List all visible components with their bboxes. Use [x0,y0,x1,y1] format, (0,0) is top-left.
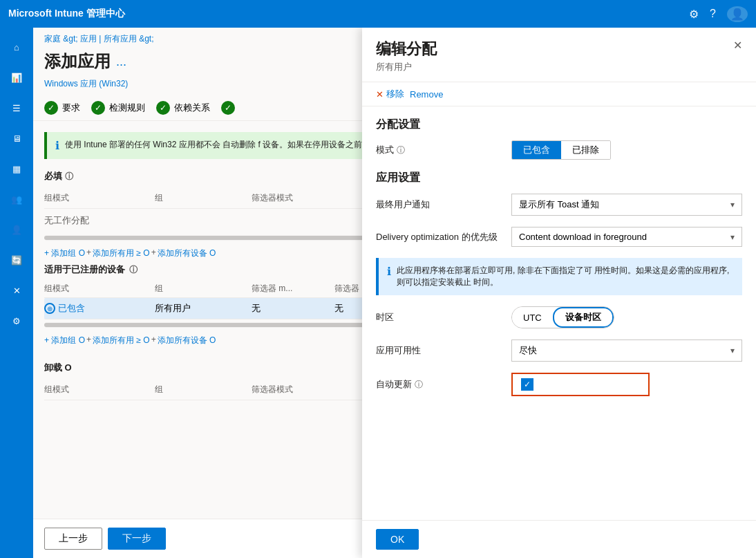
timezone-form-row: 时区 UTC 设备时区 [376,306,742,328]
add-group-link-2[interactable]: + 添加组 O [44,335,85,346]
sidebar-item-settings[interactable]: ⚙ [3,307,30,335]
auto-update-label: 自动更新 ⓘ [376,378,500,391]
step-check-1: ✓ [44,101,58,115]
reg-col1: 组模式 [44,283,155,295]
help-icon[interactable]: ? [710,8,716,20]
back-button[interactable]: 上一步 [44,528,102,550]
un-col2: 组 [155,384,252,396]
user-icon[interactable]: 👤 [727,6,748,22]
step-check-2: ✓ [91,101,105,115]
un-col3: 筛选器模式 [252,384,334,396]
notification-value: 显示所有 Toast 通知 [519,198,599,211]
next-button[interactable]: 下一步 [108,528,166,550]
sidebar-item-dashboard[interactable]: 📊 [3,64,30,91]
add-devices-link-2[interactable]: 添加所有设备 O [158,335,216,346]
req-col2: 组 [155,192,252,204]
timezone-label: 时区 [376,311,500,324]
content-area: 家庭 &gt; 应用 | 所有应用 &gt; 添加应用 ... Windows … [33,28,756,558]
main-layout: ⌂ 📊 ☰ 🖥 ▦ 👥 👤 🔄 ✕ ⚙ 家庭 &gt; 应用 | 所有应用 &g… [0,28,756,558]
step-dependency[interactable]: ✓ 依赖关系 [156,101,210,115]
app-settings-title: 应用设置 [376,171,742,185]
settings-icon[interactable]: ⚙ [689,8,699,21]
sidebar-item-close[interactable]: ✕ [3,277,30,304]
notification-dropdown[interactable]: 显示所有 Toast 通知 ▾ [511,194,742,216]
sidebar-item-sync[interactable]: 🔄 [3,246,30,274]
panel-header: 编辑分配 所有用户 ✕ [362,28,756,82]
notification-dropdown-arrow: ▾ [730,200,735,210]
step-label-1: 要求 [62,102,80,114]
tz-utc-button[interactable]: UTC [512,307,553,328]
notification-label: 最终用户通知 [376,198,500,211]
tz-device-button[interactable]: 设备时区 [553,307,614,328]
timezone-toggle[interactable]: UTC 设备时区 [511,306,614,328]
remove-icon: ✕ [376,89,384,100]
more-button[interactable]: ... [116,55,126,69]
mode-info-icon[interactable]: ⓘ [397,145,405,156]
panel-title: 编辑分配 [376,39,437,59]
step-detection[interactable]: ✓ 检测规则 [91,101,145,115]
sidebar-item-profile[interactable]: 👤 [3,216,30,243]
panel-info-icon: ℹ [387,265,391,288]
step-extra[interactable]: ✓ [221,101,235,115]
panel-header-info: 编辑分配 所有用户 [376,39,437,73]
delivery-value: Content download in foreground [519,232,647,242]
step-requirements[interactable]: ✓ 要求 [44,101,80,115]
step-label-3: 依赖关系 [174,102,210,114]
badge-circle-icon: ⊕ [44,303,55,314]
topbar-icons: ⚙ ? 👤 [689,6,748,22]
auto-update-info-icon[interactable]: ⓘ [415,379,423,391]
add-users-link-2[interactable]: 添加所有用 ≥ O [93,335,150,346]
availability-label: 应用可用性 [376,344,500,357]
breadcrumb-text: 家庭 &gt; 应用 | 所有应用 &gt; [44,34,153,44]
reg-col2: 组 [155,283,252,295]
sidebar-item-users[interactable]: 👥 [3,185,30,213]
step-check-4: ✓ [221,101,235,115]
topbar: Microsoft Intune 管理中心 ⚙ ? 👤 [0,0,756,28]
remove-button[interactable]: ✕ 移除 [376,88,404,100]
row-group: 所有用户 [155,302,252,315]
delivery-dropdown[interactable]: Content download in foreground ▾ [511,227,742,247]
notification-form-row: 最终用户通知 显示所有 Toast 通知 ▾ [376,194,742,216]
panel-close-button[interactable]: ✕ [733,39,742,52]
un-col1: 组模式 [44,384,155,396]
panel-footer: OK [362,520,756,558]
panel-info-text: 此应用程序将在部署后立即可用, 除非在下面指定了可 用性时间。如果这是必需的应用… [397,265,734,288]
step-check-3: ✓ [156,101,170,115]
registered-devices-label: 适用于已注册的设备 [44,263,125,276]
row-mode: 已包含 [58,302,85,315]
sidebar-item-apps[interactable]: ▦ [3,155,30,183]
row-filter-mode: 无 [252,302,334,315]
info-banner-icon: ℹ [55,139,59,152]
mode-toggle[interactable]: 已包含 已排除 [511,140,611,160]
add-group-link-1[interactable]: + 添加组 O [44,248,85,259]
auto-update-checkbox-wrapper[interactable]: ✓ [511,373,650,396]
uninstall-label-text: 卸载 O [44,362,72,374]
panel-info-box: ℹ 此应用程序将在部署后立即可用, 除非在下面指定了可 用性时间。如果这是必需的… [376,258,742,295]
req-col3: 筛选器模式 [252,192,334,204]
required-info-icon[interactable]: ⓘ [65,171,73,183]
add-users-link-1[interactable]: 添加所有用 ≥ O [93,248,150,259]
delivery-dropdown-arrow: ▾ [730,232,735,242]
reg-col3: 筛选器 m... [252,283,334,295]
availability-form-row: 应用可用性 尽快 ▾ [376,340,742,362]
delivery-label: Delivery optimization 的优先级 [376,231,500,243]
availability-value: 尽快 [519,344,537,357]
add-devices-link-1[interactable]: 添加所有设备 O [158,248,216,259]
panel-ok-button[interactable]: OK [376,529,419,550]
delivery-form-row: Delivery optimization 的优先级 Content downl… [376,227,742,247]
mode-label: 模式 ⓘ [376,144,500,156]
side-panel: 编辑分配 所有用户 ✕ ✕ 移除 Remove 分配设置 模式 ⓘ [362,28,756,558]
registered-info-icon[interactable]: ⓘ [129,264,138,276]
sidebar-item-list[interactable]: ☰ [3,94,30,122]
auto-update-form-row: 自动更新 ⓘ ✓ [376,373,742,396]
mode-excluded-button[interactable]: 已排除 [561,141,610,159]
distribution-settings-title: 分配设置 [376,118,742,132]
mode-form-row: 模式 ⓘ 已包含 已排除 [376,140,742,160]
topbar-title: Microsoft Intune 管理中心 [8,8,689,20]
availability-dropdown[interactable]: 尽快 ▾ [511,340,742,362]
sidebar-item-devices[interactable]: 🖥 [3,124,30,152]
mode-included-button[interactable]: 已包含 [512,141,561,159]
included-badge: ⊕ 已包含 [44,302,155,315]
sidebar-item-home[interactable]: ⌂ [3,33,30,61]
auto-update-checkbox[interactable]: ✓ [521,378,533,391]
